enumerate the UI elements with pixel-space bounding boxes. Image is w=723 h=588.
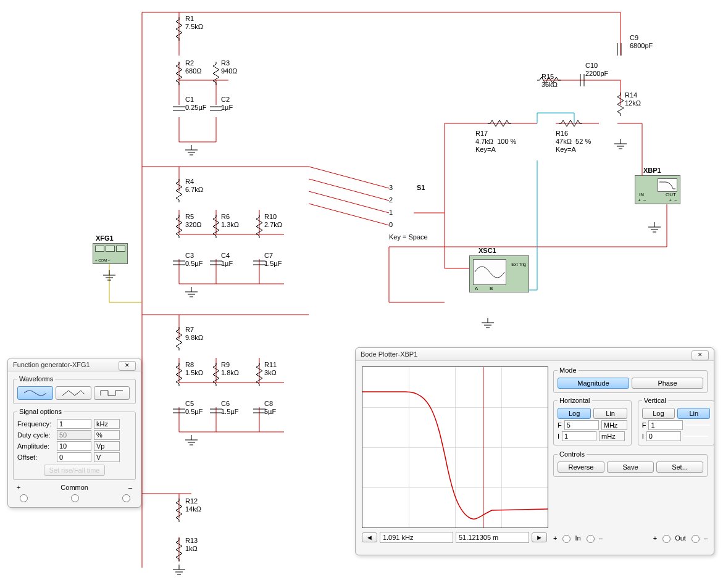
fgen-minus-terminal[interactable]: [122, 494, 130, 502]
bode-out-minus-terminal[interactable]: [692, 535, 700, 543]
bode-hI-input[interactable]: [562, 431, 596, 441]
label-R10: R102.7kΩ: [264, 213, 282, 229]
switch-pos-0: 0: [389, 221, 393, 229]
label-C8: C85µF: [264, 400, 276, 416]
bode-h-lin-button[interactable]: Lin: [593, 408, 627, 419]
label-R8: R81.5kΩ: [185, 361, 203, 377]
bode-h-log-button[interactable]: Log: [558, 408, 591, 419]
fgen-duty-label: Duty cycle:: [17, 431, 54, 439]
switch-key: Key = Space: [389, 233, 428, 241]
bode-horizontal-legend: Horizontal: [558, 397, 592, 404]
fgen-waveforms-legend: Waveforms: [17, 375, 55, 383]
bode-out-plus-terminal[interactable]: [662, 535, 671, 543]
bode-out-label: Out: [675, 534, 686, 542]
bode-cursor[interactable]: [483, 367, 483, 528]
bode-set-button[interactable]: Set...: [656, 462, 703, 473]
osc-ch-a-label: A: [475, 286, 478, 291]
bode-plotter-panel[interactable]: Bode Plotter-XBP1 ✕ ◄ 1.091 kHz 51.12130…: [355, 347, 714, 555]
fgen-amplitude-label: Amplitude:: [17, 442, 54, 450]
bode-plot-area[interactable]: [362, 366, 548, 528]
bode-close-button[interactable]: ✕: [692, 350, 709, 360]
fgen-setrise-button: Set rise/Fall time: [44, 465, 106, 476]
bode-hF-label: F: [558, 421, 562, 429]
instrument-function-generator-icon[interactable]: + COM −: [93, 243, 128, 264]
label-R2: R2680Ω: [185, 59, 202, 75]
fgen-offset-unit[interactable]: V: [94, 452, 120, 462]
bode-save-button[interactable]: Save: [607, 462, 654, 473]
bode-reverse-button[interactable]: Reverse: [558, 462, 604, 473]
bode-in-minus: –: [599, 534, 603, 542]
osc-ext-trig-label: Ext Trig: [511, 262, 526, 267]
fgen-offset-input[interactable]: [57, 452, 91, 462]
fgen-frequency-label: Frequency:: [17, 420, 54, 428]
fgen-plus-terminal[interactable]: [20, 494, 28, 502]
bode-readout-val: 51.121305 m: [456, 532, 529, 543]
bode-vI-label: I: [642, 433, 644, 440]
label-C1: C10.25µF: [185, 96, 206, 112]
bode-vertical-legend: Vertical: [642, 397, 668, 404]
label-R11: R113kΩ: [264, 361, 277, 377]
label-XSC1: XSC1: [479, 247, 496, 255]
label-R1: R17.5kΩ: [185, 15, 203, 31]
bode-controls-legend: Controls: [558, 450, 587, 458]
bode-mode-legend: Mode: [558, 366, 579, 374]
label-R14: R1412kΩ: [625, 91, 641, 107]
fgen-frequency-input[interactable]: [57, 419, 91, 429]
fgen-close-button[interactable]: ✕: [119, 361, 136, 371]
function-generator-panel[interactable]: Function generator-XFG1 ✕ Waveforms Sign…: [7, 358, 141, 508]
fgen-amplitude-unit[interactable]: Vp: [94, 441, 120, 451]
bode-out-minus: –: [704, 534, 708, 542]
label-C2: C21µF: [221, 96, 233, 112]
bode-out-label: OUT: [666, 192, 676, 197]
fgen-amplitude-input[interactable]: [57, 441, 91, 451]
fgen-signal-options-legend: Signal options: [17, 408, 64, 415]
label-R9: R91.8kΩ: [221, 361, 239, 377]
label-C3: C30.5µF: [185, 252, 203, 268]
osc-ch-b-label: B: [490, 286, 493, 291]
bode-cursor-right-button[interactable]: ►: [532, 532, 547, 542]
switch-pos-3: 3: [389, 184, 393, 192]
waveform-triangle-button[interactable]: [56, 386, 91, 400]
bode-vF-input[interactable]: [648, 420, 683, 430]
instrument-oscilloscope-icon[interactable]: Ext Trig A B: [469, 255, 529, 292]
label-C6: C61.5µF: [221, 400, 238, 416]
bode-out-plus: +: [653, 534, 657, 542]
bode-in-minus-terminal[interactable]: [587, 535, 595, 543]
bode-hF-input[interactable]: [564, 420, 599, 430]
label-R16: R16 47kΩ 52 % Key=A: [556, 130, 591, 154]
label-R4: R46.7kΩ: [185, 178, 203, 194]
bode-in-plus-terminal[interactable]: [562, 535, 570, 543]
bode-readout-freq: 1.091 kHz: [380, 532, 453, 543]
bode-v-log-button[interactable]: Log: [642, 408, 675, 419]
bode-in-plus: +: [553, 534, 557, 542]
bode-magnitude-button[interactable]: Magnitude: [558, 378, 629, 389]
label-C4: C41µF: [221, 252, 233, 268]
switch-pos-2: 2: [389, 196, 393, 204]
fgen-common-label: Common: [61, 484, 88, 491]
bode-phase-button[interactable]: Phase: [632, 378, 703, 389]
label-XFG1: XFG1: [96, 234, 114, 242]
fgen-frequency-unit[interactable]: kHz: [94, 419, 120, 429]
waveform-square-button[interactable]: [94, 386, 130, 400]
bode-cursor-left-button[interactable]: ◄: [362, 532, 377, 542]
bode-vI-input[interactable]: [646, 431, 681, 441]
label-S1: S1: [417, 184, 425, 192]
bode-v-lin-button[interactable]: Lin: [677, 408, 710, 419]
fgen-duty-unit: %: [94, 430, 120, 440]
label-R17: R17 4.7kΩ 100 % Key=A: [475, 130, 516, 154]
bode-title: Bode Plotter-XBP1: [356, 348, 714, 361]
fgen-common-terminal[interactable]: [71, 494, 79, 502]
label-C10: C102200pF: [585, 62, 608, 78]
fgen-minus-label: –: [128, 484, 132, 491]
label-R13: R131kΩ: [185, 537, 198, 553]
label-C9: C96800pF: [630, 34, 653, 50]
waveform-sine-button[interactable]: [17, 386, 53, 400]
bode-hF-unit[interactable]: MHz: [601, 420, 627, 430]
instrument-bode-plotter-icon[interactable]: IN OUT + − + −: [635, 175, 680, 204]
label-R5: R5320Ω: [185, 213, 202, 229]
label-R7: R79.8kΩ: [185, 326, 203, 342]
label-XBP1: XBP1: [643, 167, 661, 175]
label-C7: C71.5µF: [264, 252, 282, 268]
bode-hI-unit[interactable]: mHz: [599, 431, 625, 441]
label-R12: R1214kΩ: [185, 497, 201, 513]
